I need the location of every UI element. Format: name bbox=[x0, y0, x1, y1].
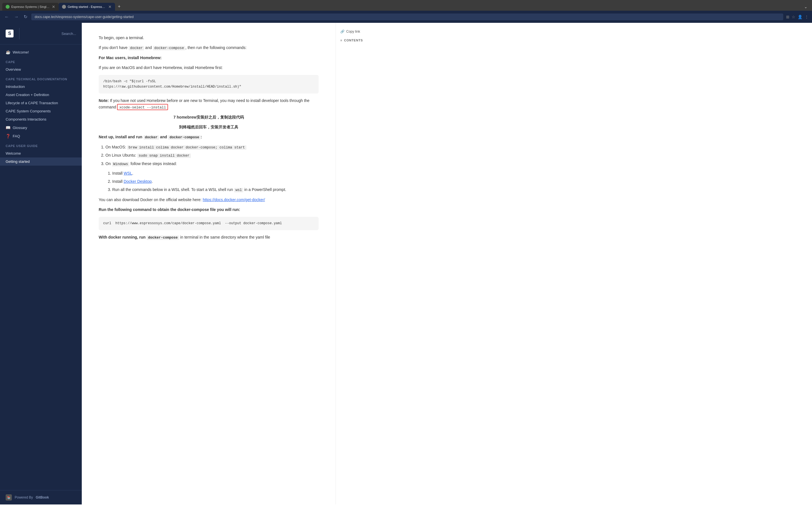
browser-chrome: Espresso Systems | Single-sh... ✕ Gettin… bbox=[0, 0, 812, 23]
bookmark-icon[interactable]: ☆ bbox=[792, 15, 795, 19]
expand-tabs-button[interactable]: ⌄ bbox=[802, 3, 810, 11]
sidebar-item-asset-creation[interactable]: Asset Creation + Definition bbox=[0, 91, 82, 99]
copy-link-label: Copy link bbox=[346, 30, 360, 34]
sidebar-item-components-interactions[interactable]: Components Interactions bbox=[0, 115, 82, 123]
browser-action-icons: ⊞ ☆ 👤 ⋮ bbox=[786, 15, 809, 19]
welcome-guide-label: Welcome bbox=[6, 151, 21, 156]
windows-wsl-shell: Run all the commands below in a WSL shel… bbox=[112, 186, 319, 193]
sidebar-header: S Search... bbox=[0, 23, 82, 45]
mac-header-bold: For Mac users, install Homebrew: bbox=[99, 55, 161, 60]
reload-button[interactable]: ↻ bbox=[22, 13, 29, 20]
tab2-close[interactable]: ✕ bbox=[108, 4, 112, 9]
docker-compose-code: docker-compose bbox=[153, 46, 185, 50]
gitbook-brand: GitBook bbox=[36, 496, 49, 499]
note-paragraph: Note: If you have not used Homebrew befo… bbox=[99, 98, 319, 111]
sidebar-item-welcome[interactable]: ☕ Welcome! bbox=[0, 48, 82, 56]
windows-wsl: Install WSL. bbox=[112, 170, 319, 177]
sidebar-item-faq[interactable]: ❓ FAQ bbox=[0, 132, 82, 140]
powered-by-text: Powered By bbox=[15, 496, 33, 499]
wsl-link[interactable]: WSL bbox=[123, 171, 132, 175]
list-item-macos: On MacOS: brew install colima docker doc… bbox=[105, 144, 319, 151]
tab1-title: Espresso Systems | Single-sh... bbox=[11, 5, 50, 8]
contents-icon: ≡ bbox=[340, 39, 342, 42]
getting-started-label: Getting started bbox=[6, 159, 30, 164]
asset-creation-label: Asset Creation + Definition bbox=[6, 93, 49, 97]
lifecycle-label: Lifecycle of a CAPE Transaction bbox=[6, 101, 58, 105]
sidebar-footer: 📚 Powered By GitBook bbox=[0, 490, 82, 504]
next-header: Next up, install and run docker and dock… bbox=[99, 134, 319, 140]
search-area[interactable]: Search... bbox=[25, 32, 76, 36]
run-command-bold: Run the following command to obtain the … bbox=[99, 207, 240, 212]
profile-icon[interactable]: 👤 bbox=[798, 15, 802, 19]
address-input[interactable] bbox=[31, 13, 783, 20]
copy-link-button[interactable]: 🔗 Copy link bbox=[340, 29, 388, 35]
welcome-label: Welcome! bbox=[13, 50, 29, 54]
app-layout: S Search... ☕ Welcome! CAPE Overview CAP… bbox=[0, 23, 812, 504]
tab2-favicon bbox=[62, 5, 66, 9]
glossary-icon: 📖 bbox=[6, 125, 10, 130]
user-guide-section-label: CAPE USER GUIDE bbox=[6, 144, 38, 148]
list-item-windows: On Windows follow these steps instead: I… bbox=[105, 161, 319, 193]
next-header-bold: Next up, install and run docker and dock… bbox=[99, 135, 202, 139]
note-bold: Note: bbox=[99, 98, 109, 103]
tab-bar: Espresso Systems | Single-sh... ✕ Gettin… bbox=[0, 0, 812, 11]
contents-text: CONTENTS bbox=[344, 39, 363, 42]
with-docker-para: With docker running, run docker-compose … bbox=[99, 234, 319, 241]
address-bar: ← → ↻ ⊞ ☆ 👤 ⋮ bbox=[0, 11, 812, 23]
annotation-area: 7 homebrew安装好之后，复制这段代码 到终端然后回车，安装开发者工具 bbox=[99, 114, 319, 130]
faq-label: FAQ bbox=[13, 134, 20, 138]
sidebar-item-welcome-guide[interactable]: Welcome bbox=[0, 149, 82, 158]
right-sidebar: 🔗 Copy link ≡ CONTENTS bbox=[336, 23, 392, 504]
overview-label: Overview bbox=[6, 67, 21, 71]
sidebar-item-getting-started[interactable]: Getting started bbox=[0, 158, 82, 166]
welcome-icon: ☕ bbox=[6, 50, 10, 54]
docker-intro: If you don't have docker and docker-comp… bbox=[99, 45, 319, 51]
intro-text: To begin, open a terminal. bbox=[99, 35, 319, 41]
sidebar-item-system-components[interactable]: CAPE System Components bbox=[0, 107, 82, 115]
gitbook-logo: 📚 bbox=[6, 494, 12, 501]
sidebar-divider bbox=[19, 28, 19, 39]
menu-icon[interactable]: ⋮ bbox=[805, 15, 809, 19]
next-docker-code: docker bbox=[144, 135, 159, 140]
section-cape: CAPE bbox=[0, 56, 82, 65]
tab-2[interactable]: Getting started - Espresso Sys... ✕ bbox=[59, 3, 115, 11]
xcode-inline: xcode-select --install bbox=[117, 104, 168, 110]
sidebar: S Search... ☕ Welcome! CAPE Overview CAP… bbox=[0, 23, 82, 504]
sidebar-item-glossary[interactable]: 📖 Glossary bbox=[0, 123, 82, 132]
docker-desktop-link[interactable]: Docker Desktop bbox=[123, 179, 152, 184]
docker-code: docker bbox=[129, 46, 144, 50]
system-components-label: CAPE System Components bbox=[6, 109, 51, 113]
glossary-label: Glossary bbox=[13, 126, 27, 130]
docker-website-link[interactable]: https://docs.docker.com/get-docker/ bbox=[203, 198, 265, 202]
docker-website-para: You can also download Docker on the offi… bbox=[99, 196, 319, 203]
homebrew-code-block: /bin/bash -c "$(curl -fsSL https://raw.g… bbox=[99, 75, 319, 94]
section-user-guide: CAPE USER GUIDE bbox=[0, 140, 82, 149]
technical-docs-label: CAPE TECHNICAL DOCUMENTATION bbox=[6, 77, 67, 81]
cape-section-label: CAPE bbox=[6, 60, 15, 64]
faq-icon: ❓ bbox=[6, 134, 10, 138]
run-command-header: Run the following command to obtain the … bbox=[99, 207, 319, 213]
content-area: To begin, open a terminal. If you don't … bbox=[82, 23, 336, 504]
windows-code: Windows bbox=[112, 162, 130, 166]
add-tab-button[interactable]: + bbox=[115, 2, 123, 11]
tab2-title: Getting started - Espresso Sys... bbox=[68, 5, 107, 8]
section-technical-docs: CAPE TECHNICAL DOCUMENTATION bbox=[0, 73, 82, 82]
sidebar-item-overview[interactable]: Overview bbox=[0, 65, 82, 73]
tab1-favicon bbox=[6, 5, 10, 9]
next-docker-compose-code: docker-compose bbox=[168, 135, 200, 140]
contents-label: ≡ CONTENTS bbox=[340, 39, 388, 42]
sidebar-navigation: ☕ Welcome! CAPE Overview CAPE TECHNICAL … bbox=[0, 45, 82, 490]
chinese-annotation-line1: 7 homebrew安装好之后，复制这段代码 bbox=[99, 114, 319, 121]
tab-1[interactable]: Espresso Systems | Single-sh... ✕ bbox=[2, 3, 59, 11]
cast-icon[interactable]: ⊞ bbox=[786, 15, 790, 19]
forward-button[interactable]: → bbox=[13, 13, 20, 20]
sidebar-item-introduction[interactable]: Introduction bbox=[0, 82, 82, 91]
windows-docker-desktop: Install Docker Desktop. bbox=[112, 178, 319, 185]
content-wrapper: To begin, open a terminal. If you don't … bbox=[82, 23, 812, 504]
macos-install-code: brew install colima docker docker-compos… bbox=[127, 145, 246, 150]
tab1-close[interactable]: ✕ bbox=[52, 4, 55, 9]
back-button[interactable]: ← bbox=[3, 13, 10, 20]
sidebar-item-lifecycle[interactable]: Lifecycle of a CAPE Transaction bbox=[0, 99, 82, 107]
sidebar-logo[interactable]: S bbox=[6, 30, 13, 38]
curl-code-block: curl https://www.espressosys.com/cape/do… bbox=[99, 217, 319, 230]
